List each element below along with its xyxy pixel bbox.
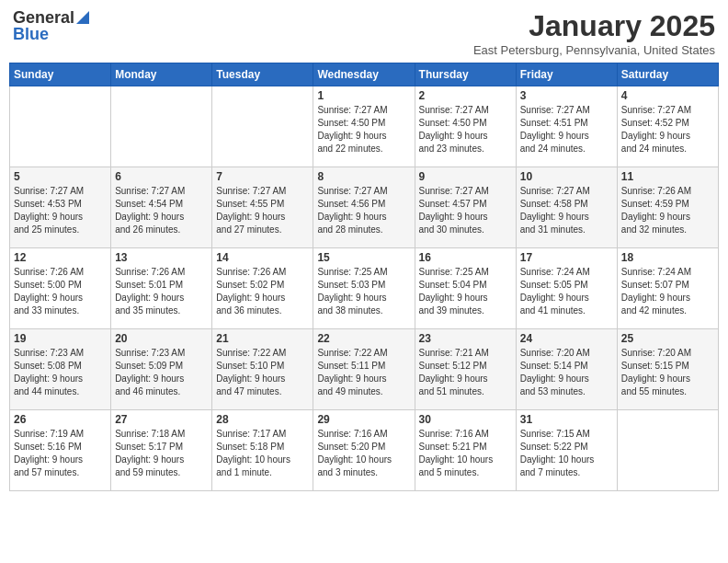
calendar-cell: 13Sunrise: 7:26 AM Sunset: 5:01 PM Dayli… <box>111 248 212 329</box>
day-info: Sunrise: 7:27 AM Sunset: 4:55 PM Dayligh… <box>216 185 309 236</box>
day-info: Sunrise: 7:22 AM Sunset: 5:11 PM Dayligh… <box>317 347 410 398</box>
day-info: Sunrise: 7:26 AM Sunset: 5:00 PM Dayligh… <box>14 266 107 317</box>
day-info: Sunrise: 7:16 AM Sunset: 5:21 PM Dayligh… <box>419 428 512 479</box>
day-info: Sunrise: 7:27 AM Sunset: 4:53 PM Dayligh… <box>14 185 107 236</box>
calendar-cell: 3Sunrise: 7:27 AM Sunset: 4:51 PM Daylig… <box>516 86 617 167</box>
day-number: 28 <box>216 413 309 426</box>
day-number: 6 <box>115 170 208 183</box>
calendar-cell: 1Sunrise: 7:27 AM Sunset: 4:50 PM Daylig… <box>313 86 415 167</box>
calendar-cell: 14Sunrise: 7:26 AM Sunset: 5:02 PM Dayli… <box>212 248 313 329</box>
day-number: 14 <box>216 251 309 264</box>
calendar-cell: 8Sunrise: 7:27 AM Sunset: 4:56 PM Daylig… <box>313 167 415 248</box>
day-number: 3 <box>520 89 613 102</box>
column-header-saturday: Saturday <box>617 63 718 86</box>
day-number: 16 <box>419 251 512 264</box>
calendar-cell: 20Sunrise: 7:23 AM Sunset: 5:09 PM Dayli… <box>111 329 212 410</box>
day-number: 5 <box>14 170 107 183</box>
logo: General Blue <box>13 9 89 42</box>
day-number: 4 <box>621 89 714 102</box>
calendar-cell <box>617 410 718 491</box>
column-header-tuesday: Tuesday <box>212 63 313 86</box>
day-info: Sunrise: 7:26 AM Sunset: 5:01 PM Dayligh… <box>115 266 208 317</box>
calendar-cell <box>111 86 212 167</box>
calendar-cell <box>10 86 111 167</box>
day-info: Sunrise: 7:20 AM Sunset: 5:14 PM Dayligh… <box>520 347 613 398</box>
calendar-cell: 25Sunrise: 7:20 AM Sunset: 5:15 PM Dayli… <box>617 329 718 410</box>
calendar-cell: 30Sunrise: 7:16 AM Sunset: 5:21 PM Dayli… <box>415 410 516 491</box>
calendar-table: SundayMondayTuesdayWednesdayThursdayFrid… <box>9 63 719 491</box>
day-number: 8 <box>317 170 410 183</box>
calendar-cell: 16Sunrise: 7:25 AM Sunset: 5:04 PM Dayli… <box>415 248 516 329</box>
column-header-wednesday: Wednesday <box>313 63 415 86</box>
calendar-week-row: 5Sunrise: 7:27 AM Sunset: 4:53 PM Daylig… <box>10 167 719 248</box>
calendar-week-row: 1Sunrise: 7:27 AM Sunset: 4:50 PM Daylig… <box>10 86 719 167</box>
calendar-cell: 4Sunrise: 7:27 AM Sunset: 4:52 PM Daylig… <box>617 86 718 167</box>
day-number: 26 <box>14 413 107 426</box>
column-header-sunday: Sunday <box>10 63 111 86</box>
day-number: 10 <box>520 170 613 183</box>
svg-marker-0 <box>76 11 89 24</box>
day-info: Sunrise: 7:26 AM Sunset: 4:59 PM Dayligh… <box>621 185 714 236</box>
day-info: Sunrise: 7:27 AM Sunset: 4:56 PM Dayligh… <box>317 185 410 236</box>
day-number: 31 <box>520 413 613 426</box>
day-info: Sunrise: 7:16 AM Sunset: 5:20 PM Dayligh… <box>317 428 410 479</box>
day-info: Sunrise: 7:25 AM Sunset: 5:04 PM Dayligh… <box>419 266 512 317</box>
column-header-friday: Friday <box>516 63 617 86</box>
calendar-cell: 15Sunrise: 7:25 AM Sunset: 5:03 PM Dayli… <box>313 248 415 329</box>
day-info: Sunrise: 7:20 AM Sunset: 5:15 PM Dayligh… <box>621 347 714 398</box>
day-info: Sunrise: 7:21 AM Sunset: 5:12 PM Dayligh… <box>419 347 512 398</box>
day-info: Sunrise: 7:26 AM Sunset: 5:02 PM Dayligh… <box>216 266 309 317</box>
day-info: Sunrise: 7:24 AM Sunset: 5:05 PM Dayligh… <box>520 266 613 317</box>
calendar-cell: 5Sunrise: 7:27 AM Sunset: 4:53 PM Daylig… <box>10 167 111 248</box>
day-number: 29 <box>317 413 410 426</box>
calendar-cell: 28Sunrise: 7:17 AM Sunset: 5:18 PM Dayli… <box>212 410 313 491</box>
day-info: Sunrise: 7:27 AM Sunset: 4:51 PM Dayligh… <box>520 104 613 155</box>
day-number: 15 <box>317 251 410 264</box>
calendar-cell: 26Sunrise: 7:19 AM Sunset: 5:16 PM Dayli… <box>10 410 111 491</box>
day-number: 1 <box>317 89 410 102</box>
page-header: General Blue January 2025 East Petersbur… <box>9 9 719 57</box>
column-header-monday: Monday <box>111 63 212 86</box>
calendar-cell: 24Sunrise: 7:20 AM Sunset: 5:14 PM Dayli… <box>516 329 617 410</box>
day-number: 17 <box>520 251 613 264</box>
logo-blue: Blue <box>13 26 49 42</box>
title-block: January 2025 East Petersburg, Pennsylvan… <box>473 9 715 57</box>
calendar-cell: 29Sunrise: 7:16 AM Sunset: 5:20 PM Dayli… <box>313 410 415 491</box>
day-number: 18 <box>621 251 714 264</box>
day-number: 19 <box>14 332 107 345</box>
column-header-thursday: Thursday <box>415 63 516 86</box>
day-info: Sunrise: 7:27 AM Sunset: 4:57 PM Dayligh… <box>419 185 512 236</box>
calendar-cell <box>212 86 313 167</box>
day-info: Sunrise: 7:22 AM Sunset: 5:10 PM Dayligh… <box>216 347 309 398</box>
day-info: Sunrise: 7:23 AM Sunset: 5:09 PM Dayligh… <box>115 347 208 398</box>
day-info: Sunrise: 7:19 AM Sunset: 5:16 PM Dayligh… <box>14 428 107 479</box>
day-info: Sunrise: 7:15 AM Sunset: 5:22 PM Dayligh… <box>520 428 613 479</box>
day-number: 20 <box>115 332 208 345</box>
day-number: 9 <box>419 170 512 183</box>
calendar-week-row: 19Sunrise: 7:23 AM Sunset: 5:08 PM Dayli… <box>10 329 719 410</box>
day-number: 7 <box>216 170 309 183</box>
month-title: January 2025 <box>473 9 715 43</box>
day-info: Sunrise: 7:23 AM Sunset: 5:08 PM Dayligh… <box>14 347 107 398</box>
calendar-cell: 17Sunrise: 7:24 AM Sunset: 5:05 PM Dayli… <box>516 248 617 329</box>
calendar-cell: 12Sunrise: 7:26 AM Sunset: 5:00 PM Dayli… <box>10 248 111 329</box>
calendar-cell: 10Sunrise: 7:27 AM Sunset: 4:58 PM Dayli… <box>516 167 617 248</box>
day-info: Sunrise: 7:27 AM Sunset: 4:50 PM Dayligh… <box>419 104 512 155</box>
location-subtitle: East Petersburg, Pennsylvania, United St… <box>473 43 715 57</box>
day-number: 30 <box>419 413 512 426</box>
calendar-cell: 31Sunrise: 7:15 AM Sunset: 5:22 PM Dayli… <box>516 410 617 491</box>
day-info: Sunrise: 7:24 AM Sunset: 5:07 PM Dayligh… <box>621 266 714 317</box>
day-info: Sunrise: 7:27 AM Sunset: 4:54 PM Dayligh… <box>115 185 208 236</box>
calendar-cell: 22Sunrise: 7:22 AM Sunset: 5:11 PM Dayli… <box>313 329 415 410</box>
calendar-cell: 27Sunrise: 7:18 AM Sunset: 5:17 PM Dayli… <box>111 410 212 491</box>
calendar-cell: 11Sunrise: 7:26 AM Sunset: 4:59 PM Dayli… <box>617 167 718 248</box>
logo-general: General <box>13 9 89 26</box>
calendar-header-row: SundayMondayTuesdayWednesdayThursdayFrid… <box>10 63 719 86</box>
day-info: Sunrise: 7:27 AM Sunset: 4:50 PM Dayligh… <box>317 104 410 155</box>
calendar-cell: 21Sunrise: 7:22 AM Sunset: 5:10 PM Dayli… <box>212 329 313 410</box>
calendar-cell: 7Sunrise: 7:27 AM Sunset: 4:55 PM Daylig… <box>212 167 313 248</box>
day-number: 27 <box>115 413 208 426</box>
day-info: Sunrise: 7:18 AM Sunset: 5:17 PM Dayligh… <box>115 428 208 479</box>
day-number: 25 <box>621 332 714 345</box>
day-number: 22 <box>317 332 410 345</box>
